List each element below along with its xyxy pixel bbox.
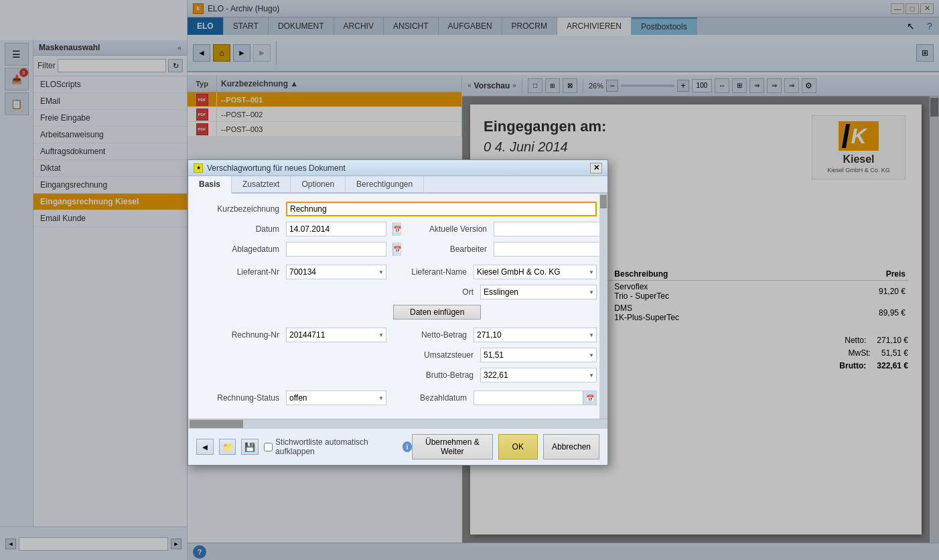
bezahldatum-calendar-icon-btn[interactable]: 📅 bbox=[583, 391, 596, 405]
modal-title-area: ★ Verschlagwortung für neues Dokument bbox=[194, 163, 346, 173]
umsatzsteuer-select-wrapper: 51,51 ▼ bbox=[480, 348, 597, 362]
ablagedatum-bearbeiter-row: Ablagedatum 📅 Bearbeiter bbox=[199, 242, 597, 257]
aktuelle-version-input[interactable] bbox=[494, 222, 601, 236]
modal-title-icon: ★ bbox=[194, 163, 203, 173]
daten-row: Daten einfügen bbox=[199, 305, 597, 320]
ablagedatum-input[interactable] bbox=[287, 243, 392, 255]
modal-tabs: Basis Zusatztext Optionen Berechtigungen bbox=[188, 176, 607, 194]
kurzbezeichnung-label: Kurzbezeichnung bbox=[199, 204, 286, 214]
rechnung-nr-select[interactable]: 20144711 bbox=[287, 328, 386, 342]
lieferant-nr-select-wrapper: 700134 ▼ bbox=[286, 265, 386, 279]
modal-scrollbar[interactable] bbox=[599, 194, 607, 419]
daten-einfuegen-btn[interactable]: Daten einfügen bbox=[393, 305, 481, 320]
rechnung-status-select-wrapper: offen ▼ bbox=[286, 391, 386, 405]
modal-title-text: Verschlagwortung für neues Dokument bbox=[207, 163, 346, 173]
netto-betrag-select[interactable]: 271,10 bbox=[474, 328, 596, 342]
ort-row: Ort Esslingen ▼ bbox=[199, 285, 597, 299]
modal-body: Kurzbezeichnung Datum 📅 Aktuelle Version… bbox=[188, 194, 607, 419]
umsatzsteuer-row: Umsatzsteuer 51,51 ▼ bbox=[199, 348, 597, 362]
aktuelle-version-spacer: Aktuelle Version bbox=[386, 222, 601, 236]
bezahl-area: Bezahldatum 📅 bbox=[386, 391, 597, 405]
datum-input[interactable] bbox=[287, 223, 392, 235]
bezahldatum-input[interactable] bbox=[474, 392, 583, 404]
bezahldatum-input-wrapper: 📅 bbox=[474, 391, 597, 405]
ort-area: Ort Esslingen ▼ bbox=[393, 285, 597, 299]
modal-dialog: ★ Verschlagwortung für neues Dokument ✕ … bbox=[188, 159, 608, 466]
bearbeiter-label: Bearbeiter bbox=[393, 244, 494, 254]
modal-footer: ◄ 📁 💾 Stichwortliste automatisch aufklap… bbox=[188, 428, 607, 465]
footer-left-area: ◄ 📁 💾 Stichwortliste automatisch aufklap… bbox=[196, 437, 412, 456]
modal-horiz-scrollbar[interactable] bbox=[188, 419, 607, 428]
netto-betrag-select-wrapper: 271,10 ▼ bbox=[474, 328, 597, 342]
rechnung-status-select[interactable]: offen bbox=[287, 391, 386, 405]
ablagedatum-label: Ablagedatum bbox=[199, 244, 286, 254]
brutto-betrag-select-wrapper: 322,61 ▼ bbox=[480, 368, 597, 382]
netto-area: Netto-Betrag 271,10 ▼ bbox=[386, 328, 597, 342]
brutto-betrag-select[interactable]: 322,61 bbox=[481, 368, 596, 382]
stichwort-label-text: Stichwortliste automatisch aufklappen bbox=[275, 437, 396, 456]
ort-select[interactable]: Esslingen bbox=[481, 285, 596, 299]
footer-folder-icon-btn[interactable]: 📁 bbox=[219, 439, 236, 455]
ablagedatum-input-wrapper: 📅 bbox=[286, 242, 386, 257]
info-icon-btn[interactable]: i bbox=[403, 441, 413, 452]
modal-tab-basis[interactable]: Basis bbox=[188, 176, 232, 194]
modal-tab-optionen[interactable]: Optionen bbox=[291, 176, 346, 192]
modal-close-btn[interactable]: ✕ bbox=[590, 163, 602, 173]
netto-betrag-label: Netto-Betrag bbox=[393, 330, 474, 340]
kurzbezeichnung-input[interactable] bbox=[286, 202, 597, 216]
stichwort-checkbox[interactable] bbox=[264, 443, 273, 451]
action-buttons: Übernehmen & Weiter OK Abbrechen bbox=[412, 434, 599, 460]
ort-label: Ort bbox=[400, 287, 480, 297]
lieferant-name-select-wrapper: Kiesel GmbH & Co. KG ▼ bbox=[474, 265, 597, 279]
lieferant-name-label: Lieferant-Name bbox=[393, 267, 474, 277]
kurzbezeichnung-row: Kurzbezeichnung bbox=[199, 202, 597, 216]
lieferant-row: Lieferant-Nr 700134 ▼ Lieferant-Name Kie… bbox=[199, 265, 597, 279]
bezahldatum-label: Bezahldatum bbox=[393, 393, 474, 403]
lieferant-nr-label: Lieferant-Nr bbox=[199, 267, 286, 277]
datum-version-row: Datum 📅 Aktuelle Version bbox=[199, 222, 597, 236]
rechnung-status-label: Rechnung-Status bbox=[199, 393, 286, 403]
rechnung-nr-label: Rechnung-Nr bbox=[199, 330, 286, 340]
datum-input-wrapper: 📅 bbox=[286, 222, 386, 236]
brutto-row: Brutto-Betrag 322,61 ▼ bbox=[199, 368, 597, 382]
ok-btn[interactable]: OK bbox=[498, 434, 538, 460]
status-bezahl-row: Rechnung-Status offen ▼ Bezahldatum 📅 bbox=[199, 391, 597, 405]
footer-back-icon-btn[interactable]: ◄ bbox=[196, 439, 214, 455]
aktuelle-version-label: Aktuelle Version bbox=[393, 224, 494, 234]
ort-select-wrapper: Esslingen ▼ bbox=[480, 285, 597, 299]
rechnung-nr-netto-row: Rechnung-Nr 20144711 ▼ Netto-Betrag 271,… bbox=[199, 328, 597, 342]
lieferant-name-area: Lieferant-Name Kiesel GmbH & Co. KG ▼ bbox=[386, 265, 597, 279]
lieferant-name-select[interactable]: Kiesel GmbH & Co. KG bbox=[474, 265, 596, 279]
modal-scroll-thumb[interactable] bbox=[600, 195, 607, 208]
modal-horiz-thumb[interactable] bbox=[190, 420, 243, 428]
rechnung-nr-select-wrapper: 20144711 ▼ bbox=[286, 328, 386, 342]
datum-label: Datum bbox=[199, 224, 286, 234]
stichwort-checkbox-label[interactable]: Stichwortliste automatisch aufklappen bbox=[264, 437, 396, 456]
lieferant-nr-select[interactable]: 700134 bbox=[287, 265, 386, 279]
modal-tab-zusatztext[interactable]: Zusatztext bbox=[232, 176, 291, 192]
ust-area: Umsatzsteuer 51,51 ▼ bbox=[393, 348, 597, 362]
abbrechen-btn[interactable]: Abbrechen bbox=[543, 434, 599, 460]
bearbeiter-area: Bearbeiter bbox=[386, 242, 601, 257]
modal-titlebar: ★ Verschlagwortung für neues Dokument ✕ bbox=[188, 160, 607, 176]
umsatzsteuer-select[interactable]: 51,51 bbox=[481, 348, 596, 362]
modal-tab-berechtigungen[interactable]: Berechtigungen bbox=[346, 176, 424, 192]
footer-save-icon-btn[interactable]: 💾 bbox=[241, 439, 259, 455]
bearbeiter-input[interactable] bbox=[494, 242, 601, 257]
uebernehmen-weiter-btn[interactable]: Übernehmen & Weiter bbox=[412, 434, 492, 460]
umsatzsteuer-label: Umsatzsteuer bbox=[400, 350, 480, 360]
brutto-area: Brutto-Betrag 322,61 ▼ bbox=[393, 368, 597, 382]
brutto-betrag-label: Brutto-Betrag bbox=[400, 370, 480, 380]
